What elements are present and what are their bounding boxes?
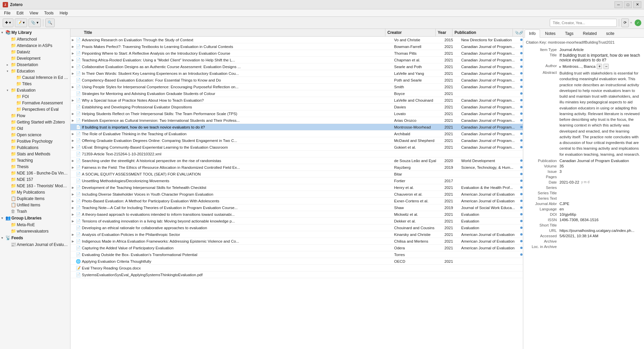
table-row[interactable]: ▶📄Analysis of Evaluation Policies in the… (70, 231, 523, 238)
table-row[interactable]: ▶📄Collaborative Evaluation Designs as an… (70, 63, 523, 70)
table-row[interactable]: ▶📄Tensions of evaluating innovation in a… (70, 218, 523, 225)
author-expand-icon[interactable]: ▸ (559, 65, 561, 68)
sidebar-item-group-libraries[interactable]: ▾👥Group Libraries (0, 214, 70, 221)
table-row[interactable]: ▶📄Using People Styles for Interpersonal … (70, 84, 523, 90)
close-button[interactable]: ✕ (633, 1, 641, 8)
table-row[interactable]: ▶📄Pinpointing Where to Start: A Reflecti… (70, 50, 523, 57)
sidebar-item-causal-inference-in-ed-polic-[interactable]: 📁Causal Inference in Ed Polic... (0, 74, 70, 81)
table-row[interactable]: 📄A SOCIAL EQUITY ASSESSMENT TOOL (SEAT) … (70, 171, 523, 178)
sidebar-item-teaching[interactable]: 📁Teaching (0, 157, 70, 163)
table-row[interactable]: 📄Developing an ethical rationale for col… (70, 225, 523, 231)
table-row[interactable]: ▶📄Indigenous Made in Africa Evaluation F… (70, 238, 523, 245)
sidebar-item-thesis[interactable]: 📁Thesis (0, 163, 70, 170)
table-row[interactable]: 📄71359-Article Text-215264-1-10-20210322… (70, 151, 523, 157)
tab-scite[interactable]: scite (602, 30, 619, 37)
sidebar-item-nde-106---bunche-da-vinci-[interactable]: 📁NDE 106 - Bunche-Da Vinci ... (0, 170, 70, 176)
table-row[interactable]: 📄If building trust is important, how do … (70, 124, 523, 131)
table-row[interactable]: 📝Eval Theory Reading Groups.docx (70, 265, 523, 271)
table-row[interactable]: ▶📄Photo-Based Evaluation: A Method for P… (70, 198, 523, 204)
sidebar-item-dataviz[interactable]: 📁Dataviz (0, 49, 70, 55)
locate-button[interactable]: 🔍 (45, 18, 55, 27)
sidebar-item-formative-assessment[interactable]: 📁Formative Assessment (0, 100, 70, 106)
table-row[interactable]: ▶📄In Their Own Words: Student Key Learni… (70, 70, 523, 77)
sidebar-item-titles[interactable]: 📁Titles (0, 81, 70, 87)
sync-button[interactable]: ⟳ (621, 18, 629, 27)
sidebar-item-positive-psychology[interactable]: 📁Positive Psychology (0, 138, 70, 144)
table-row[interactable]: ▶📄Fairness in the Field: The Ethics of R… (70, 164, 523, 171)
sidebar-item-nde-157[interactable]: 📁NDE 157 (0, 176, 70, 183)
sidebar-item-my-publications[interactable]: 📁My Publications (0, 189, 70, 195)
menu-help[interactable]: Help (57, 10, 71, 16)
user-avatar[interactable]: ✓ (635, 19, 641, 26)
table-row[interactable]: ▶📄UEval: Bringing Community-Based Experi… (70, 144, 523, 151)
col-header-creator[interactable]: Creator (385, 29, 436, 36)
table-row[interactable]: 📄SystemsEvaluationSysEval_ApplyingSystem… (70, 271, 523, 278)
table-row[interactable]: ▶📄Helping Students Reflect on Their Inte… (70, 110, 523, 117)
table-row[interactable]: ▶📄Advancing Research on Evaluation Throu… (70, 37, 523, 43)
table-row[interactable]: ▶📄Including Diverse Stakeholder Voices i… (70, 191, 523, 198)
table-row[interactable]: ▶📄Why a Special Issue of Practice Notes … (70, 97, 523, 104)
table-row[interactable]: ▶📄Praxis Makes Perfect?: Traversing Text… (70, 43, 523, 50)
table-row[interactable]: ▶📄The Role of Evaluative Thinking in the… (70, 131, 523, 137)
table-row[interactable]: 📄Competency-Based Evaluation Education: … (70, 77, 523, 84)
maximize-button[interactable]: □ (624, 1, 632, 8)
new-note-button[interactable]: 📝 ▾ (15, 18, 27, 27)
table-row[interactable]: 📄Evaluating Outside the Box- Evaluation'… (70, 251, 523, 258)
sidebar-item-trash[interactable]: 🗑Trash (0, 208, 70, 214)
col-header-title[interactable]: Title (82, 29, 385, 36)
sidebar-item-publications[interactable]: 📁Publications (0, 144, 70, 151)
table-row[interactable]: ▶📄Development of the Teaching Interperso… (70, 184, 523, 191)
table-row[interactable]: ▶📄Teaching Note—A Call for Including The… (70, 204, 523, 211)
items-list[interactable]: ▶📄Advancing Research on Evaluation Throu… (70, 37, 523, 349)
sidebar-item-duplicate-items[interactable]: 📋Duplicate Items (0, 195, 70, 202)
new-item-button[interactable]: ✚ ▾ (3, 18, 13, 27)
sidebar-item-perspectives-of-eval[interactable]: 📁Perspectives of Eval (0, 106, 70, 112)
table-row[interactable]: 📄Strategies for Mentoring and Advising E… (70, 90, 523, 97)
tab-info[interactable]: Info (525, 30, 540, 38)
table-row[interactable]: ▶📄Teaching Africa-Rooted Evaluation: Usi… (70, 57, 523, 63)
menu-view[interactable]: View (27, 10, 41, 16)
sidebar-item-old[interactable]: 📁Old (0, 125, 70, 132)
sidebar-item-afterschool[interactable]: 📁Afterschool (0, 36, 70, 42)
col-header-publication[interactable]: Publication (452, 29, 513, 36)
table-row[interactable]: 📄Unsettling Methodologies/Decolonizing M… (70, 178, 523, 184)
table-row[interactable]: ▶📄A theory-based approach to evaluations… (70, 211, 523, 218)
tab-tags[interactable]: Tags (560, 30, 578, 37)
tab-notes[interactable]: Notes (541, 30, 560, 37)
table-row[interactable]: ▶📄Searching under the streetlight: A his… (70, 157, 523, 164)
sidebar-item-foi[interactable]: 📁FOI (0, 93, 70, 100)
sidebar-item-flow[interactable]: 📁Flow (0, 112, 70, 119)
sidebar-item-getting-started-with-zotero[interactable]: 📁Getting Started with Zotero (0, 119, 70, 125)
table-row[interactable]: 📄Capturing the Added Value of Participat… (70, 245, 523, 251)
sidebar-item-american-journal-of-evaluation[interactable]: 📰American Journal of Evaluation (0, 241, 70, 248)
menu-edit[interactable]: Edit (14, 10, 26, 16)
sidebar-item-attendance-in-asps[interactable]: 📁Attendance in ASPs (0, 42, 70, 49)
menu-file[interactable]: File (1, 10, 13, 16)
sidebar-item-feeds[interactable]: ▾📡Feeds (0, 234, 70, 241)
add-attachment-button[interactable]: 📎 ▾ (29, 18, 41, 27)
table-row[interactable]: 🌐Applying Evaluation Criteria Thoughtful… (70, 258, 523, 265)
tab-related[interactable]: Related (579, 30, 601, 37)
menu-tools[interactable]: Tools (42, 10, 56, 16)
meta-value[interactable]: https://journalhosting.ucalgary.ca/index… (559, 229, 641, 233)
sidebar-item-nde-163---theorists'-models-[interactable]: 📁NDE 163 - Theorists' Models ... (0, 183, 70, 189)
window-controls[interactable]: ─ □ ✕ (614, 1, 641, 8)
sidebar-item-education[interactable]: ▾📁Education (0, 68, 70, 74)
sidebar-item-evaluation[interactable]: ▾📁Evaluation (0, 87, 70, 93)
sidebar-item-my-library[interactable]: ▾📚My Library (0, 29, 70, 36)
sidebar-item-open-science[interactable]: 📁Open science (0, 132, 70, 138)
add-author-button[interactable]: + (597, 64, 602, 69)
sidebar-item-dissertation[interactable]: ▸📁Dissertation (0, 61, 70, 68)
table-row[interactable]: 📄Establishing and Developing Professiona… (70, 104, 523, 110)
table-row[interactable]: ▶📄Fieldwork Experience as Cultural Immer… (70, 117, 523, 124)
remove-author-button[interactable]: − (603, 64, 609, 69)
sidebar-item-meta-roe[interactable]: 📁Meta-RoE (0, 221, 70, 228)
sidebar-item-development[interactable]: 📁Development (0, 55, 70, 61)
sidebar-item-stats-and-methods[interactable]: 📁Stats and Methods (0, 151, 70, 157)
table-row[interactable]: ▶📄Offering Graduate Evaluation Degrees O… (70, 137, 523, 144)
col-header-year[interactable]: Year (436, 29, 452, 36)
sidebar-item-unfiled-items[interactable]: 📋Unfiled Items (0, 202, 70, 208)
minimize-button[interactable]: ─ (614, 1, 623, 8)
sidebar-item-whoareevaluators[interactable]: 📁whoareevaluators (0, 228, 70, 234)
search-input[interactable] (550, 19, 617, 27)
